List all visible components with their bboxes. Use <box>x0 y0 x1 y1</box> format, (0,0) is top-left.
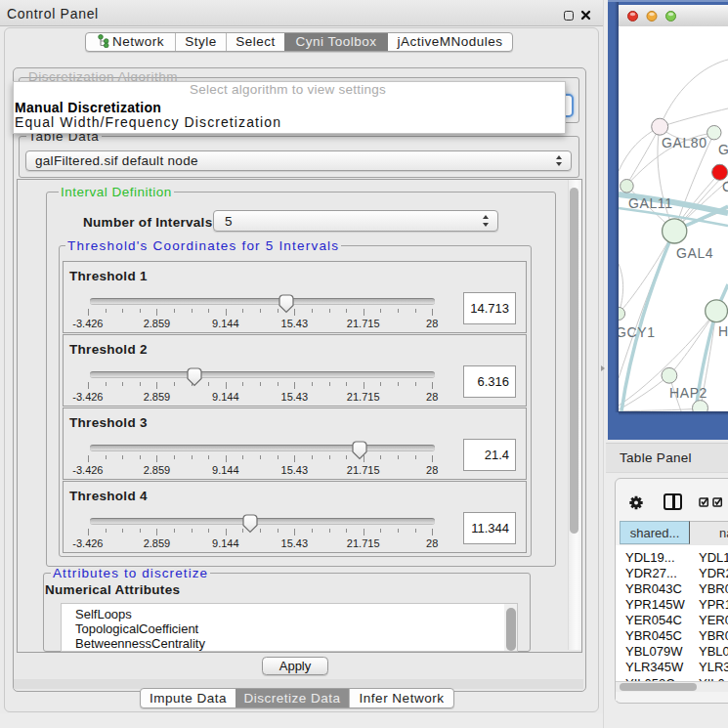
svg-text:HAP2: HAP2 <box>669 385 707 401</box>
svg-text:C: C <box>722 179 728 194</box>
svg-text:H: H <box>718 323 728 339</box>
svg-text:GCY1: GCY1 <box>619 324 656 340</box>
svg-text:GAL80: GAL80 <box>662 135 707 150</box>
svg-text:GA: GA <box>718 142 728 157</box>
svg-text:GAL11: GAL11 <box>628 195 673 211</box>
svg-text:GAL4: GAL4 <box>676 245 713 261</box>
